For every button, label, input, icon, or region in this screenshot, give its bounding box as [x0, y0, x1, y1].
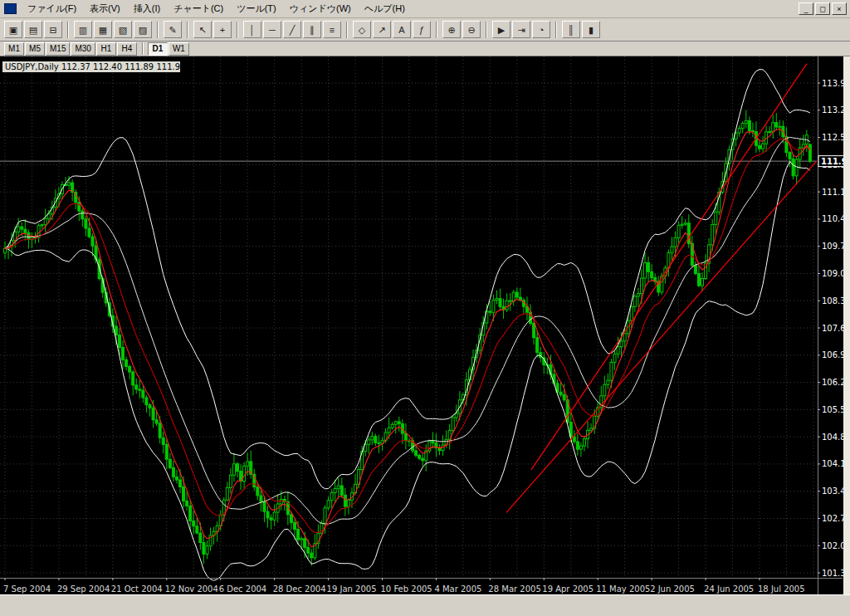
timeframe-toolbar: M1M5M15M30H1H4D1W1 — [0, 42, 850, 56]
date-axis-label: 12 Nov 2004 — [165, 584, 218, 594]
data-window-button[interactable]: ▦ — [94, 21, 112, 38]
window-controls: _◻× — [799, 2, 848, 15]
timeframe-m1-button[interactable]: M1 — [4, 42, 24, 56]
timeframe-m5-button[interactable]: M5 — [25, 42, 45, 56]
equidistant-channel-button[interactable]: ∥ — [303, 21, 321, 38]
date-axis-label: 21 Oct 2004 — [111, 584, 163, 594]
timeframe-m30-button[interactable]: M30 — [71, 42, 95, 56]
vertical-scrollbar[interactable] — [843, 56, 850, 594]
market-watch-button[interactable]: ▥ — [74, 21, 92, 38]
menu-tools[interactable]: ツール(T) — [230, 0, 283, 17]
bar-chart-mode-button[interactable]: ║ — [562, 21, 580, 38]
terminal-button[interactable]: ▨ — [134, 21, 152, 38]
date-axis-label: 2 Jun 2005 — [650, 584, 695, 594]
menu-file[interactable]: ファイル(F) — [21, 0, 83, 17]
toolbar-separator — [67, 22, 69, 38]
timeframe-d1-button[interactable]: D1 — [148, 42, 168, 56]
status-bar — [0, 594, 850, 616]
price-chart[interactable]: 113.95113.25112.55111.85111.15110.45109.… — [0, 56, 850, 594]
toolbar-separator — [346, 22, 348, 38]
toolbar-separator — [157, 22, 159, 38]
attach-script-button[interactable]: ✎ — [164, 21, 182, 38]
date-axis-label: 24 Jun 2005 — [704, 584, 754, 594]
chart-profiles-button[interactable]: ▤ — [24, 21, 42, 38]
timeframe-m15-button[interactable]: M15 — [46, 42, 70, 56]
zoom-in-button[interactable]: ⊕ — [442, 21, 461, 38]
menu-items: ファイル(F)表示(V)挿入(I)チャート(C)ツール(T)ウィンドウ(W)ヘル… — [21, 0, 412, 17]
svg-text:USDJPY,Daily 112.37 112.40 11: USDJPY,Daily 112.37 112.40 111.89 111.94 — [5, 62, 185, 71]
menu-help[interactable]: ヘルプ(H) — [358, 0, 412, 17]
date-axis-label: 19 Jan 2005 — [327, 584, 377, 594]
indicators-button[interactable]: ƒ — [413, 21, 431, 38]
navigator-button[interactable]: ▧ — [114, 21, 132, 38]
vertical-line-button[interactable]: │ — [243, 21, 261, 38]
menu-charts[interactable]: チャート(C) — [167, 0, 230, 17]
menu-bar: ファイル(F)表示(V)挿入(I)チャート(C)ツール(T)ウィンドウ(W)ヘル… — [0, 0, 850, 18]
timeframe-w1-button[interactable]: W1 — [169, 42, 189, 56]
candlestick-mode-button[interactable]: ▮ — [582, 21, 600, 38]
menu-insert[interactable]: 挿入(I) — [127, 0, 167, 17]
arrows-button[interactable]: ↗ — [373, 21, 391, 38]
zoom-out-button[interactable]: ⊖ — [462, 21, 481, 38]
app-window: ファイル(F)表示(V)挿入(I)チャート(C)ツール(T)ウィンドウ(W)ヘル… — [0, 0, 850, 616]
new-chart-button[interactable]: ▣ — [4, 21, 22, 38]
toolbar-separator — [486, 22, 487, 38]
date-axis-label: 19 Apr 2005 — [542, 584, 594, 594]
app-icon — [4, 3, 17, 14]
date-axis-label: 28 Dec 2004 — [273, 584, 326, 594]
close-button[interactable]: × — [832, 2, 847, 15]
restore-button[interactable]: ◻ — [815, 2, 830, 15]
date-axis-label: 29 Sep 2004 — [57, 584, 110, 594]
print-button[interactable]: ⊟ — [44, 21, 62, 38]
date-axis-label: 18 Jul 2005 — [758, 584, 805, 594]
menu-window[interactable]: ウィンドウ(W) — [283, 0, 358, 17]
crosshair-button[interactable]: + — [213, 21, 232, 38]
toolbar-separator — [187, 22, 188, 38]
strategy-tester-button[interactable]: ◔ — [532, 21, 550, 38]
date-axis-label: 6 Dec 2004 — [219, 584, 267, 594]
date-axis-label: 11 May 2005 — [596, 584, 650, 594]
date-axis-label: 4 Mar 2005 — [434, 584, 481, 594]
minimize-button[interactable]: _ — [799, 2, 813, 15]
main-toolbar: ▣▤⊟▥▦▧▨✎↖+│─╱∥≡◇↗Aƒ⊕⊖▶⇥◔║▮ — [0, 18, 850, 42]
toolbar-separator — [142, 42, 144, 55]
trendline-button[interactable]: ╱ — [283, 21, 301, 38]
menu-view[interactable]: 表示(V) — [83, 0, 127, 17]
chart-area: 113.95113.25112.55111.85111.15110.45109.… — [0, 56, 850, 594]
horizontal-line-button[interactable]: ─ — [263, 21, 281, 38]
date-axis-label: 10 Feb 2005 — [380, 584, 432, 594]
chart-symbol-label: USDJPY,Daily 112.37 112.40 111.89 111.94 — [2, 61, 185, 72]
toolbar-separator — [436, 22, 437, 38]
timeframe-h4-button[interactable]: H4 — [117, 42, 137, 56]
timeframe-h1-button[interactable]: H1 — [96, 42, 116, 56]
auto-scroll-button[interactable]: ▶ — [492, 21, 510, 38]
cursor-button[interactable]: ↖ — [193, 21, 212, 38]
chart-shift-button[interactable]: ⇥ — [512, 21, 530, 38]
shapes-button[interactable]: ◇ — [353, 21, 371, 38]
date-axis-label: 28 Mar 2005 — [488, 584, 540, 594]
toolbar-separator — [555, 22, 557, 38]
fibonacci-retracement-button[interactable]: ≡ — [323, 21, 341, 38]
date-axis-label: 7 Sep 2004 — [3, 584, 51, 594]
text-button[interactable]: A — [393, 21, 411, 38]
toolbar-separator — [237, 22, 238, 38]
